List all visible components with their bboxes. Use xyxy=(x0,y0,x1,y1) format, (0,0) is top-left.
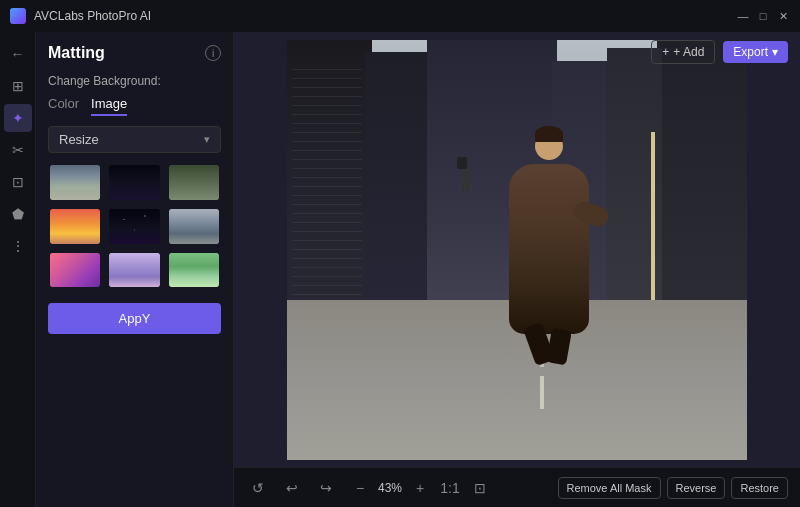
add-button[interactable]: + + Add xyxy=(651,40,715,64)
change-bg-label: Change Background: xyxy=(48,74,221,88)
fit-button[interactable]: ⊡ xyxy=(468,476,492,500)
panel-title: Matting xyxy=(48,44,105,62)
reverse-button[interactable]: Reverse xyxy=(667,477,726,499)
remove-all-mask-button[interactable]: Remove All Mask xyxy=(558,477,661,499)
zoom-controls: − 43% + 1:1 ⊡ xyxy=(348,476,492,500)
sidebar-item-cut[interactable]: ✂ xyxy=(4,136,32,164)
thumbnail-pink[interactable] xyxy=(48,251,102,290)
app-icon xyxy=(10,8,26,24)
thumbnail-forest[interactable] xyxy=(167,163,221,202)
canvas-area: + + Add Export ▾ xyxy=(234,32,800,507)
apply-button[interactable]: AppY xyxy=(48,303,221,334)
undo-button[interactable]: ↩ xyxy=(280,476,304,500)
zoom-value: 43% xyxy=(378,481,402,495)
close-button[interactable]: ✕ xyxy=(776,9,790,23)
bottom-left-tools: ↺ ↩ ↪ − 43% + 1:1 ⊡ xyxy=(246,476,492,500)
bottom-right-tools: Remove All Mask Reverse Restore xyxy=(558,477,788,499)
rotate-left-button[interactable]: ↺ xyxy=(246,476,270,500)
dropdown-arrow: ▾ xyxy=(204,133,210,146)
export-arrow-icon: ▾ xyxy=(772,45,778,59)
sidebar-item-crop[interactable]: ⊡ xyxy=(4,168,32,196)
export-button[interactable]: Export ▾ xyxy=(723,41,788,63)
icon-sidebar: ← ⊞ ✦ ✂ ⊡ ⬟ ⋮ xyxy=(0,32,36,507)
resize-dropdown[interactable]: Resize ▾ xyxy=(48,126,221,153)
redo-button[interactable]: ↪ xyxy=(314,476,338,500)
dropdown-label: Resize xyxy=(59,132,99,147)
info-icon[interactable]: i xyxy=(205,45,221,61)
add-icon: + xyxy=(662,45,669,59)
top-actions: + + Add Export ▾ xyxy=(651,40,788,64)
sidebar-item-grid[interactable]: ⊞ xyxy=(4,72,32,100)
zoom-in-button[interactable]: + xyxy=(408,476,432,500)
thumbnail-dark[interactable] xyxy=(107,163,161,202)
main-photo xyxy=(287,40,747,460)
sidebar-item-shape[interactable]: ⬟ xyxy=(4,200,32,228)
canvas-content xyxy=(234,32,800,467)
person-figure xyxy=(509,164,589,334)
app-title: AVCLabs PhotoPro AI xyxy=(34,9,151,23)
tab-color[interactable]: Color xyxy=(48,96,79,116)
panel: Matting i Change Background: Color Image… xyxy=(36,32,234,507)
tabs: Color Image xyxy=(48,96,221,116)
thumbnails-grid xyxy=(48,163,221,289)
sidebar-item-matting[interactable]: ✦ xyxy=(4,104,32,132)
panel-header: Matting i xyxy=(48,44,221,62)
thumbnail-grey-mountains[interactable] xyxy=(167,207,221,246)
thumbnail-green[interactable] xyxy=(167,251,221,290)
maximize-button[interactable]: □ xyxy=(756,9,770,23)
thumbnail-sunset[interactable] xyxy=(48,207,102,246)
export-label: Export xyxy=(733,45,768,59)
main-layout: ← ⊞ ✦ ✂ ⊡ ⬟ ⋮ Matting i Change Backgroun… xyxy=(0,32,800,507)
titlebar-controls: — □ ✕ xyxy=(736,9,790,23)
titlebar: AVCLabs PhotoPro AI — □ ✕ xyxy=(0,0,800,32)
sidebar-item-more[interactable]: ⋮ xyxy=(4,232,32,260)
thumbnail-lavender[interactable] xyxy=(107,251,161,290)
thumbnail-night[interactable] xyxy=(107,207,161,246)
minimize-button[interactable]: — xyxy=(736,9,750,23)
bottom-toolbar: ↺ ↩ ↪ − 43% + 1:1 ⊡ Remove All Mask Reve… xyxy=(234,467,800,507)
restore-button[interactable]: Restore xyxy=(731,477,788,499)
sidebar-back-button[interactable]: ← xyxy=(4,40,32,68)
add-label: + Add xyxy=(673,45,704,59)
zoom-out-button[interactable]: − xyxy=(348,476,372,500)
tab-image[interactable]: Image xyxy=(91,96,127,116)
titlebar-left: AVCLabs PhotoPro AI xyxy=(10,8,151,24)
ratio-1-1-button[interactable]: 1:1 xyxy=(438,476,462,500)
thumbnail-city[interactable] xyxy=(48,163,102,202)
